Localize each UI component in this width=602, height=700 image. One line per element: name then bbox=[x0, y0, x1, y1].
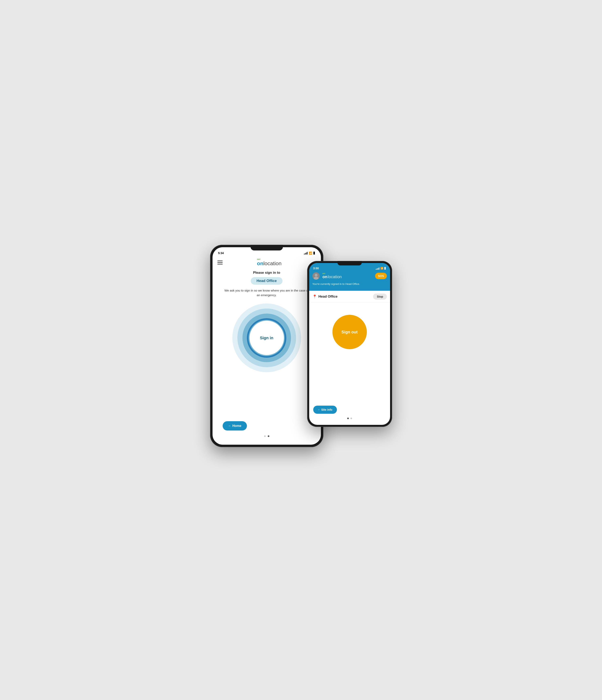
notch-large bbox=[251, 245, 283, 250]
menu-button[interactable] bbox=[217, 260, 223, 265]
home-button-label: ← Home bbox=[228, 424, 241, 428]
sign-in-circles: Sign in bbox=[212, 301, 321, 374]
status-icons-small: 📶 ▊ bbox=[376, 267, 386, 270]
logo-large: mri on location bbox=[257, 258, 282, 267]
sign-in-label: Sign in bbox=[260, 335, 273, 340]
site-info-button-container: ← Site info bbox=[313, 406, 337, 414]
sign-in-button[interactable]: Sign in bbox=[250, 321, 284, 355]
logo-mri-large: mri bbox=[257, 258, 260, 260]
stop-button[interactable]: Stop bbox=[373, 294, 387, 300]
logo-on-large: on bbox=[257, 260, 263, 267]
home-button-container: ← Home bbox=[223, 421, 247, 430]
scene: 5:34 📶 ▊ bbox=[210, 245, 392, 455]
small-header-bg: 3:00 📶 ▊ bbox=[309, 263, 390, 291]
sign-out-label: Sign out bbox=[342, 330, 358, 334]
home-button[interactable]: ← Home bbox=[223, 421, 247, 430]
sign-in-description: We ask you to sign in so we know where y… bbox=[223, 288, 311, 297]
wifi-icon-large: 📶 bbox=[309, 251, 312, 255]
app-header-small: mri on location SOS bbox=[309, 271, 390, 281]
stop-label: Stop bbox=[377, 295, 383, 298]
location-name: Head Office bbox=[318, 295, 338, 299]
phone-small: 3:00 📶 ▊ bbox=[307, 261, 392, 427]
phone-large: 5:34 📶 ▊ bbox=[210, 245, 323, 447]
signal-icon-small bbox=[376, 267, 379, 270]
sign-out-area: Sign out bbox=[309, 315, 390, 349]
time-large: 5:34 bbox=[218, 251, 224, 255]
svg-point-1 bbox=[314, 277, 318, 280]
logo-mri-small: mri bbox=[322, 273, 325, 275]
dot-2-small bbox=[350, 418, 352, 419]
time-small: 3:00 bbox=[313, 267, 319, 270]
signed-in-message: You're currently signed in to Head Offic… bbox=[309, 281, 390, 288]
dot-1-small bbox=[347, 418, 349, 419]
dot-1-large bbox=[264, 435, 266, 437]
sign-in-prompt: Please sign in to bbox=[212, 271, 321, 275]
signal-icon-large bbox=[304, 252, 308, 254]
app-header-large: mri on location bbox=[212, 256, 321, 269]
page-dots-small bbox=[309, 418, 390, 419]
site-info-button[interactable]: ← Site info bbox=[313, 406, 337, 414]
wifi-icon-small: 📶 bbox=[381, 267, 384, 270]
logo-location-large: location bbox=[263, 260, 282, 267]
location-badge: Head Office bbox=[251, 277, 282, 285]
location-badge-container: Head Office bbox=[212, 277, 321, 285]
site-info-label: ← Site info bbox=[318, 408, 333, 411]
notch-small bbox=[338, 261, 362, 266]
screen-large: 5:34 📶 ▊ bbox=[212, 247, 321, 445]
location-row: 📍 Head Office Stop bbox=[309, 291, 390, 303]
sos-label: SOS bbox=[378, 274, 384, 278]
logo-on-small: on bbox=[322, 275, 328, 279]
battery-icon-small: ▊ bbox=[385, 267, 386, 270]
svg-point-0 bbox=[315, 274, 317, 277]
logo-small: mri on location bbox=[322, 273, 342, 279]
page-dots-large bbox=[212, 435, 321, 437]
status-icons-large: 📶 ▊ bbox=[304, 251, 315, 255]
dot-2-large bbox=[268, 435, 269, 437]
sos-button[interactable]: SOS bbox=[375, 273, 387, 279]
logo-location-small: location bbox=[328, 275, 342, 279]
avatar bbox=[312, 272, 320, 280]
sign-out-button[interactable]: Sign out bbox=[333, 315, 367, 349]
screen-small: 3:00 📶 ▊ bbox=[309, 263, 390, 425]
battery-icon-large: ▊ bbox=[313, 252, 315, 254]
pin-icon: 📍 bbox=[312, 294, 317, 299]
